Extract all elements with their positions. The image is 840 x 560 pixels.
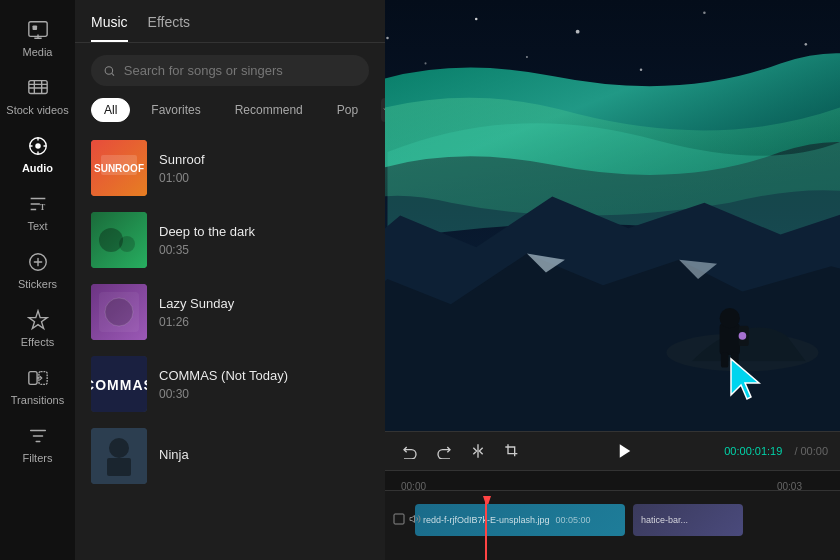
sidebar-item-effects[interactable]: Effects <box>0 298 75 356</box>
sidebar-item-text[interactable]: T Text <box>0 182 75 240</box>
ninja-art <box>91 428 147 484</box>
crop-button[interactable] <box>499 438 525 464</box>
svg-point-27 <box>576 30 580 34</box>
pill-favorites[interactable]: Favorites <box>138 98 213 122</box>
timeline-ruler: 00:00 00:03 <box>385 471 840 491</box>
sidebar-item-filters[interactable]: Filters <box>0 414 75 472</box>
transitions-icon <box>26 366 50 390</box>
svg-point-29 <box>805 43 808 46</box>
tab-effects[interactable]: Effects <box>148 0 191 42</box>
svg-point-18 <box>105 298 133 326</box>
preview-area <box>385 0 840 431</box>
search-icon <box>103 64 116 78</box>
song-title: Sunroof <box>159 152 369 167</box>
song-duration: 00:35 <box>159 243 369 257</box>
song-info: Lazy Sunday 01:26 <box>159 296 369 329</box>
song-title: COMMAS (Not Today) <box>159 368 369 383</box>
song-thumbnail <box>91 212 147 268</box>
song-thumbnail: COMMAS <box>91 356 147 412</box>
filters-icon <box>26 424 50 448</box>
song-duration: 01:26 <box>159 315 369 329</box>
redo-icon <box>436 443 452 459</box>
video-clip-1[interactable]: redd-f-rjfOdIB7k-E-unsplash.jpg 00:05:00 <box>415 504 625 536</box>
svg-point-28 <box>703 11 706 14</box>
svg-rect-23 <box>107 458 131 476</box>
commas-art: COMMAS <box>91 356 147 412</box>
preview-canvas <box>385 0 840 431</box>
playback-total-label: / 00:00 <box>794 445 828 457</box>
expand-icon <box>393 513 405 525</box>
timeline-area: 00:00 00:03 <box>385 470 840 560</box>
sidebar-item-stickers[interactable]: Stickers <box>0 240 75 298</box>
pill-all[interactable]: All <box>91 98 130 122</box>
split-button[interactable] <box>465 438 491 464</box>
text-icon: T <box>26 192 50 216</box>
redo-button[interactable] <box>431 438 457 464</box>
list-item[interactable]: Lazy Sunday 01:26 <box>75 276 385 348</box>
undo-button[interactable] <box>397 438 423 464</box>
timeline-playhead <box>485 496 487 560</box>
deep-art <box>91 212 147 268</box>
sidebar-item-media[interactable]: Media <box>0 8 75 66</box>
split-icon <box>470 443 486 459</box>
song-info: Sunroof 01:00 <box>159 152 369 185</box>
effects-icon <box>26 308 50 332</box>
sidebar-item-transitions[interactable]: Transitions <box>0 356 75 414</box>
song-duration: 00:30 <box>159 387 369 401</box>
svg-text:T: T <box>39 203 45 212</box>
svg-point-4 <box>35 143 41 149</box>
video-clip-2[interactable]: hatice-bar... <box>633 504 743 536</box>
svg-point-26 <box>475 18 478 21</box>
list-item[interactable]: COMMAS COMMAS (Not Today) 00:30 <box>75 348 385 420</box>
play-button[interactable] <box>612 438 638 464</box>
list-item[interactable]: Ninja <box>75 420 385 492</box>
svg-point-31 <box>425 62 427 64</box>
sidebar-item-stock-videos[interactable]: Stock videos <box>0 66 75 124</box>
playback-bar: 00:00:01:19 / 00:00 <box>385 431 840 470</box>
song-thumbnail: SUNROOF <box>91 140 147 196</box>
song-list: SUNROOF Sunroof 01:00 <box>75 132 385 560</box>
svg-rect-38 <box>721 352 729 367</box>
song-thumbnail <box>91 428 147 484</box>
svg-rect-44 <box>394 514 404 524</box>
sunroof-art: SUNROOF <box>91 140 147 196</box>
song-title: Ninja <box>159 447 369 462</box>
sidebar: Media Stock videos Audio T <box>0 0 75 560</box>
svg-point-40 <box>739 332 747 340</box>
list-item[interactable]: SUNROOF Sunroof 01:00 <box>75 132 385 204</box>
timeline-track-1: redd-f-rjfOdIB7k-E-unsplash.jpg 00:05:00… <box>385 501 840 539</box>
song-title: Lazy Sunday <box>159 296 369 311</box>
svg-rect-1 <box>32 25 37 30</box>
panel-tabs: Music Effects <box>75 0 385 43</box>
right-panel: 00:00:01:19 / 00:00 00:00 00:03 <box>385 0 840 560</box>
search-input[interactable] <box>124 63 357 78</box>
pill-recommend[interactable]: Recommend <box>222 98 316 122</box>
svg-rect-2 <box>28 81 46 94</box>
lazy-art <box>91 284 147 340</box>
svg-point-32 <box>526 56 528 58</box>
sidebar-item-audio[interactable]: Audio <box>0 124 75 182</box>
svg-rect-12 <box>101 155 137 175</box>
svg-point-33 <box>640 68 643 71</box>
svg-rect-8 <box>38 372 46 385</box>
song-info: Ninja <box>159 447 369 466</box>
song-info: Deep to the dark 00:35 <box>159 224 369 257</box>
stickers-icon <box>26 250 50 274</box>
svg-point-14 <box>99 228 123 252</box>
svg-point-36 <box>720 308 740 328</box>
svg-point-9 <box>105 66 112 73</box>
svg-point-22 <box>109 438 129 458</box>
volume-icon <box>409 513 421 525</box>
playback-time: 00:00:01:19 <box>724 445 782 457</box>
audio-icon <box>26 134 50 158</box>
song-title: Deep to the dark <box>159 224 369 239</box>
svg-point-25 <box>386 37 389 40</box>
tab-music[interactable]: Music <box>91 0 128 42</box>
crop-icon <box>504 443 520 459</box>
search-bar <box>91 55 369 86</box>
play-icon <box>616 442 634 460</box>
stock-videos-icon <box>26 76 50 100</box>
list-item[interactable]: Deep to the dark 00:35 <box>75 204 385 276</box>
pill-pop[interactable]: Pop <box>324 98 371 122</box>
svg-rect-0 <box>28 22 46 37</box>
